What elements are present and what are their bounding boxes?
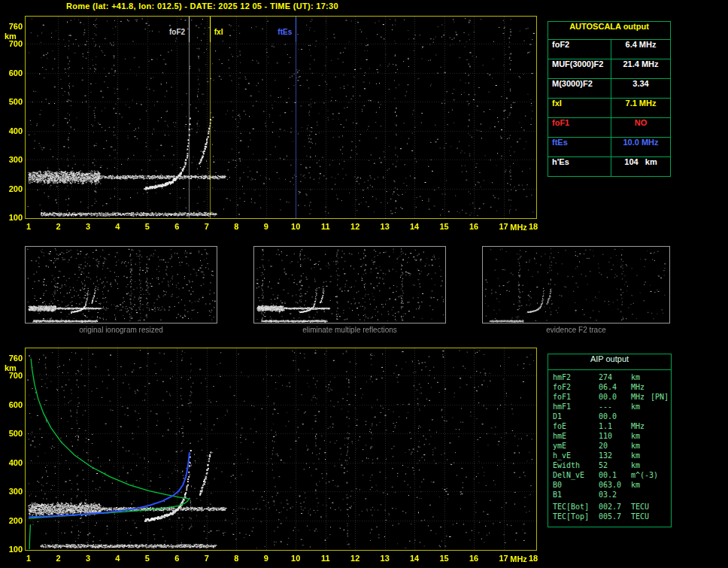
aip-output-box: AIP output hmF2274kmfoF206.4MHzfoF100.0M… <box>548 354 672 527</box>
aip-value: 06.4 <box>599 383 631 393</box>
aip-unit <box>631 491 651 500</box>
autoscala-param-value: 3.34 <box>611 79 670 98</box>
x-tick-12: 12 <box>350 222 359 231</box>
aip-extra <box>651 461 671 471</box>
y-tick-600: 600 <box>2 68 23 77</box>
y-tick-600: 600 <box>2 400 23 409</box>
x-tick-6: 6 <box>174 554 179 563</box>
aip-extra: [PN] <box>651 393 671 402</box>
aip-unit: km <box>631 442 651 451</box>
autoscala-param-name: foF2 <box>548 40 611 59</box>
autoscala-row-foF1: foF1NO <box>548 118 670 138</box>
thumbnail-no-multiples-canvas <box>254 247 445 323</box>
x-tick-11: 11 <box>321 554 330 563</box>
main-ionogram-panel <box>25 16 537 219</box>
autoscala-param-value: 6.4 MHz <box>611 40 670 59</box>
autoscala-row-foF2: foF26.4 MHz <box>548 40 670 59</box>
aip-value: 274 <box>599 373 631 383</box>
x-tick-10: 10 <box>291 554 300 563</box>
aip-unit: MHz <box>631 393 651 402</box>
aip-row-foF1: foF100.0MHz[PN] <box>553 393 671 402</box>
x-tick-6: 6 <box>174 222 179 231</box>
autoscala-param-name: MUF(3000)F2 <box>548 59 611 78</box>
aip-unit: TECU <box>631 512 651 522</box>
aip-unit: MHz <box>631 383 651 393</box>
aip-unit: MHz <box>631 422 651 432</box>
x-tick-12: 12 <box>350 554 359 563</box>
autoscala-param-value: NO <box>611 118 670 137</box>
aip-row-h_vE: h_vE132km <box>553 451 671 461</box>
x-tick-4: 4 <box>115 554 120 563</box>
x-tick-2: 2 <box>56 222 60 231</box>
autoscala-output-title: AUTOSCALA output <box>548 22 670 40</box>
y-tick-700: 700 <box>2 39 23 48</box>
aip-value: 03.2 <box>599 491 631 500</box>
aip-extra <box>651 503 671 512</box>
thumbnail-original <box>25 246 217 323</box>
aip-extra <box>651 412 671 422</box>
aip-row-B0: B0063.0km <box>553 481 671 491</box>
aip-unit: km <box>631 451 651 461</box>
aip-row-Ewidth: Ewidth52km <box>553 461 671 471</box>
aip-output-title: AIP output <box>548 354 671 370</box>
x-tick-3: 3 <box>86 222 90 231</box>
aip-value: 00.0 <box>599 412 631 422</box>
autoscala-param-value: 7.1 MHz <box>611 99 670 117</box>
aip-row-ymE: ymE20km <box>553 442 671 451</box>
aip-value: 00.0 <box>599 393 631 402</box>
aip-unit: km <box>631 432 651 442</box>
aip-name: hmF2 <box>553 373 599 383</box>
thumbnail-original-canvas <box>26 247 217 323</box>
x-tick-2: 2 <box>56 554 60 563</box>
aip-value: 00.1 <box>599 471 631 481</box>
x-tick-3: 3 <box>86 554 90 563</box>
y-tick-500: 500 <box>2 97 23 106</box>
station-title: Rome (lat: +41.8, lon: 012.5) - DATE: 20… <box>66 2 338 11</box>
aip-name: h_vE <box>553 451 599 461</box>
aip-extra <box>651 491 671 500</box>
aip-row-hmF1: hmF1---km <box>553 402 671 412</box>
x-tick-16: 16 <box>469 554 478 563</box>
x-tick-9: 9 <box>264 222 268 231</box>
aip-value: 1.1 <box>599 422 631 432</box>
aip-row-hmE: hmE110km <box>553 432 671 442</box>
aip-name: foF2 <box>553 383 599 393</box>
aip-row-foE: foE1.1MHz <box>553 422 671 432</box>
x-axis-unit: MHz <box>510 223 527 232</box>
thumbnail-f2-trace-canvas <box>483 247 669 323</box>
x-tick-17: 17 <box>499 222 508 231</box>
autoscala-param-name: h'Es <box>548 157 611 176</box>
aip-unit: m^(-3) <box>631 471 651 481</box>
x-tick-11: 11 <box>321 222 330 231</box>
x-tick-18: 18 <box>529 554 538 563</box>
aip-unit: km <box>631 461 651 471</box>
aip-value: 20 <box>599 442 631 451</box>
aip-row-B1: B103.2 <box>553 491 671 500</box>
x-tick-1: 1 <box>26 554 31 563</box>
aip-extra <box>651 451 671 461</box>
autoscala-row-ftEs: ftEs10.0 MHz <box>548 138 670 157</box>
x-tick-15: 15 <box>439 222 448 231</box>
aip-name: foE <box>553 422 599 432</box>
y-axis-unit: km <box>5 32 17 41</box>
aip-unit: km <box>631 373 651 383</box>
y-tick-700: 700 <box>2 371 23 380</box>
aip-extra <box>651 442 671 451</box>
x-tick-14: 14 <box>410 222 419 231</box>
autoscala-output-box: AUTOSCALA output foF26.4 MHzMUF(3000)F22… <box>548 21 671 177</box>
autoscala-row-M(3000)F2: M(3000)F23.34 <box>548 79 670 99</box>
aip-unit: TECU <box>631 503 651 512</box>
y-tick-100: 100 <box>2 213 23 222</box>
profile-ionogram-canvas <box>26 348 536 550</box>
x-tick-7: 7 <box>205 554 209 563</box>
aip-name: foF1 <box>553 393 599 402</box>
y-tick-300: 300 <box>2 155 23 164</box>
aip-name: hmF1 <box>553 402 599 412</box>
aip-unit <box>631 412 651 422</box>
thumbnail-f2-trace <box>482 246 670 323</box>
y-tick-200: 200 <box>2 184 23 193</box>
thumbnail-original-caption: original ionogram resized <box>25 326 217 334</box>
aip-value: 132 <box>599 451 631 461</box>
y-tick-100: 100 <box>2 545 23 554</box>
aip-extra <box>651 402 671 412</box>
